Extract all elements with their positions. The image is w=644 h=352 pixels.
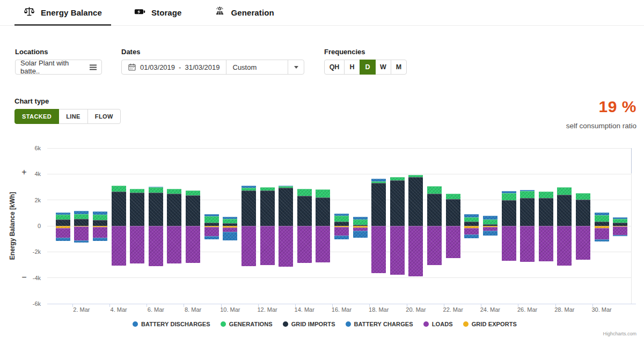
bar-segment-generations[interactable] (464, 217, 479, 222)
bar-segment-loads[interactable] (408, 226, 423, 276)
bar-segment-generations[interactable] (483, 219, 497, 224)
bar-segment-battery-discharges[interactable] (149, 187, 163, 187)
legend-item-battery-discharges[interactable]: BATTERY DISCHARGES (133, 321, 210, 327)
bar-segment-generations[interactable] (390, 177, 405, 180)
bar-segment-battery-charges[interactable] (56, 238, 70, 241)
legend-item-battery-charges[interactable]: BATTERY CHARGES (346, 321, 413, 327)
bar-segment-battery-discharges[interactable] (483, 216, 497, 219)
bar-segment-generations[interactable] (167, 189, 181, 193)
bar-segment-generations[interactable] (112, 186, 126, 192)
bar-segment-loads[interactable] (539, 226, 553, 261)
bar-segment-generations[interactable] (613, 219, 627, 223)
bar-segment-loads[interactable] (167, 226, 181, 263)
bar-segment-generations[interactable] (241, 188, 256, 190)
bar-segment-loads[interactable] (390, 226, 405, 275)
frequency-d-button[interactable]: D (360, 60, 376, 75)
bar-segment-grid-imports[interactable] (576, 200, 590, 226)
bar-segment-generations[interactable] (56, 215, 70, 219)
bar-segment-generations[interactable] (502, 193, 516, 200)
bar-segment-generations[interactable] (576, 193, 590, 200)
bar-segment-loads[interactable] (483, 227, 497, 231)
legend-item-loads[interactable]: LOADS (423, 321, 453, 327)
bar-segment-generations[interactable] (353, 219, 368, 225)
bar-segment-generations[interactable] (74, 214, 89, 219)
bar-segment-generations[interactable] (279, 186, 293, 187)
highcharts-credits[interactable]: Highcharts.com (603, 331, 636, 336)
bar-segment-battery-discharges[interactable] (353, 217, 368, 219)
bar-segment-grid-imports[interactable] (167, 194, 181, 226)
chart-type-stacked-button[interactable]: STACKED (14, 109, 59, 124)
bar-segment-loads[interactable] (130, 226, 144, 263)
bar-segment-loads[interactable] (56, 228, 70, 238)
bar-segment-loads[interactable] (223, 228, 237, 232)
bar-segment-grid-imports[interactable] (464, 222, 479, 226)
bar-segment-generations[interactable] (93, 215, 107, 220)
bar-segment-loads[interactable] (371, 226, 386, 273)
bar-segment-loads[interactable] (334, 227, 349, 236)
bar-segment-generations[interactable] (446, 194, 460, 199)
bar-segment-generations[interactable] (260, 187, 275, 190)
bar-segment-battery-discharges[interactable] (334, 214, 349, 216)
bar-segment-grid-imports[interactable] (241, 190, 256, 226)
bar-segment-generations[interactable] (149, 187, 163, 193)
bar-segment-battery-discharges[interactable] (241, 186, 256, 188)
bar-segment-battery-discharges[interactable] (93, 211, 107, 215)
bar-segment-battery-charges[interactable] (204, 236, 219, 239)
bar-segment-grid-imports[interactable] (520, 198, 535, 226)
bar-segment-battery-charges[interactable] (223, 232, 237, 240)
bar-segment-loads[interactable] (613, 226, 627, 235)
bar-segment-battery-discharges[interactable] (613, 217, 627, 218)
bar-segment-battery-discharges[interactable] (74, 211, 89, 214)
bar-segment-grid-imports[interactable] (93, 220, 107, 226)
bar-segment-grid-imports[interactable] (279, 188, 293, 226)
bar-segment-loads[interactable] (204, 227, 219, 236)
bar-segment-battery-charges[interactable] (74, 240, 89, 243)
bar-segment-battery-charges[interactable] (483, 231, 497, 235)
bar-segment-generations[interactable] (130, 189, 144, 193)
bar-segment-loads[interactable] (502, 226, 516, 261)
bar-segment-loads[interactable] (149, 226, 163, 266)
bar-segment-grid-imports[interactable] (260, 190, 275, 226)
bar-segment-grid-imports[interactable] (371, 183, 386, 226)
bar-segment-generations[interactable] (539, 192, 553, 198)
legend-item-grid-imports[interactable]: GRID IMPORTS (283, 321, 335, 327)
bar-segment-grid-imports[interactable] (316, 197, 330, 226)
bar-segment-grid-imports[interactable] (446, 199, 460, 226)
bar-segment-loads[interactable] (112, 226, 126, 266)
bar-segment-loads[interactable] (464, 228, 479, 234)
bar-segment-battery-discharges[interactable] (279, 186, 293, 186)
bar-segment-grid-imports[interactable] (297, 196, 312, 226)
bar-segment-battery-charges[interactable] (464, 234, 479, 238)
bar-segment-grid-imports[interactable] (595, 222, 609, 226)
bar-segment-generations[interactable] (334, 216, 349, 222)
bar-segment-battery-discharges[interactable] (56, 212, 70, 215)
bar-segment-grid-imports[interactable] (56, 219, 70, 226)
bar-segment-battery-discharges[interactable] (371, 179, 386, 181)
bar-segment-grid-imports[interactable] (557, 195, 572, 226)
bar-segment-generations[interactable] (427, 186, 442, 193)
bar-segment-battery-discharges[interactable] (223, 217, 237, 219)
bar-segment-generations[interactable] (186, 190, 200, 196)
legend-item-grid-exports[interactable]: GRID EXPORTS (463, 321, 517, 327)
bar-segment-battery-discharges[interactable] (464, 214, 479, 217)
bar-segment-grid-imports[interactable] (130, 193, 144, 226)
bar-segment-grid-imports[interactable] (502, 200, 516, 226)
bar-segment-loads[interactable] (427, 226, 442, 265)
bar-segment-loads[interactable] (260, 226, 275, 265)
bar-segment-battery-discharges[interactable] (204, 214, 219, 216)
bar-segment-grid-imports[interactable] (149, 193, 163, 226)
legend-item-generations[interactable]: GENERATIONS (221, 321, 273, 327)
bar-segment-generations[interactable] (223, 219, 237, 223)
bar-segment-grid-imports[interactable] (390, 180, 405, 226)
bar-segment-generations[interactable] (297, 189, 312, 196)
bar-segment-battery-charges[interactable] (334, 236, 349, 239)
bar-segment-battery-charges[interactable] (613, 235, 627, 236)
bar-segment-generations[interactable] (316, 189, 330, 197)
bar-segment-battery-charges[interactable] (93, 238, 107, 241)
bar-segment-generations[interactable] (408, 175, 423, 177)
bar-segment-grid-imports[interactable] (112, 192, 126, 226)
bar-segment-generations[interactable] (371, 181, 386, 184)
bar-segment-loads[interactable] (446, 226, 460, 258)
bar-segment-battery-discharges[interactable] (595, 212, 609, 215)
bar-segment-grid-imports[interactable] (408, 177, 423, 226)
